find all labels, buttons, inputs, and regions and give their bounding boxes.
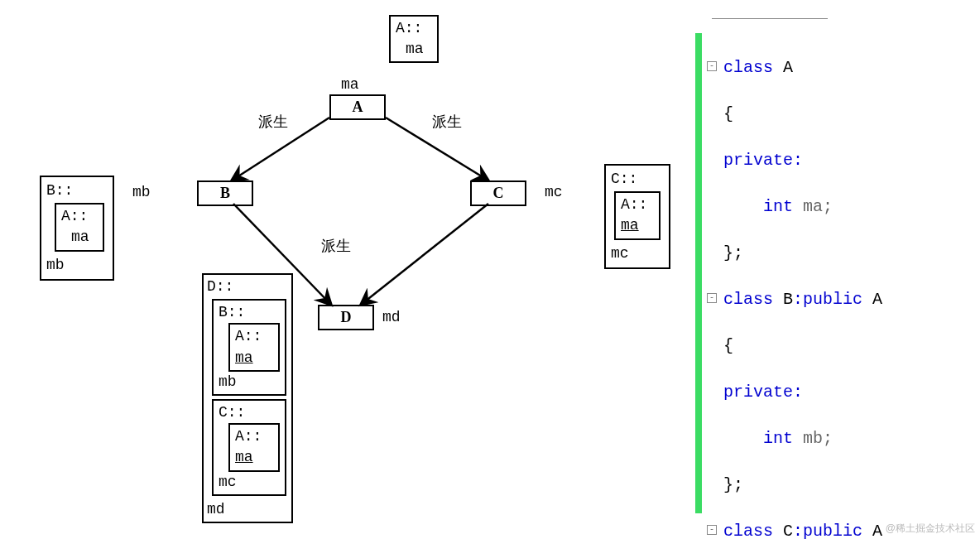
brace: { <box>723 336 733 355</box>
text: A:: <box>235 326 273 347</box>
node-b: B <box>197 180 253 206</box>
kw-int: int <box>723 197 803 216</box>
kw-int: int <box>723 429 803 448</box>
inner-a: A:: ma <box>55 203 104 251</box>
kw-private: private: <box>723 151 803 170</box>
kw-class: class <box>723 522 783 539</box>
ident: C <box>783 522 793 539</box>
text: D:: <box>207 277 288 297</box>
ident: A <box>783 58 793 77</box>
text: A:: <box>61 206 98 227</box>
inner-a: A:: ma <box>228 323 280 371</box>
inner-a: A:: ma <box>614 191 661 239</box>
text: A:: <box>396 18 432 39</box>
kw-class: class <box>723 58 783 77</box>
brace: { <box>723 104 733 123</box>
inheritance-diagram: A:: ma ma A 派生 派生 mb B C mc 派生 D md B:: … <box>0 0 695 539</box>
label-mb: mb <box>132 184 151 200</box>
inner-c: C:: A:: ma mc <box>212 399 286 496</box>
label-md: md <box>382 309 401 325</box>
kw-public: :public <box>793 290 872 309</box>
memlayout-d: D:: B:: A:: ma mb C:: A:: ma mc md <box>202 273 293 523</box>
text: B:: <box>46 180 108 201</box>
text: ma <box>621 215 654 236</box>
ident: B <box>783 290 793 309</box>
memlayout-c: C:: A:: ma mc <box>604 164 670 269</box>
node-c: C <box>470 180 526 206</box>
memlayout-a-tiny: A:: ma <box>389 15 439 63</box>
kw-private: private: <box>723 383 803 402</box>
text: mc <box>219 472 280 493</box>
brace: }; <box>723 243 743 262</box>
text: A:: <box>621 195 654 215</box>
label-ma: ma <box>341 76 359 93</box>
editor-caret-line <box>712 18 828 19</box>
text: mb <box>46 255 108 276</box>
text: C:: <box>611 169 664 190</box>
ident: A <box>872 522 882 539</box>
label-derive-ab: 派生 <box>258 112 288 132</box>
fold-icon[interactable]: - <box>707 61 717 71</box>
node-d: D <box>318 305 374 330</box>
inner-a: A:: ma <box>228 423 280 471</box>
member: ma; <box>803 197 833 216</box>
text: A:: <box>235 426 273 447</box>
brace: }; <box>723 475 743 494</box>
text: mc <box>611 243 664 264</box>
watermark: @稀土掘金技术社区 <box>886 522 975 536</box>
svg-line-3 <box>361 204 488 305</box>
code-panel: -class A { private: int ma; }; -class B:… <box>695 33 977 513</box>
fold-icon[interactable]: - <box>707 293 717 303</box>
ident: A <box>872 290 882 309</box>
text: ma <box>235 348 273 368</box>
label-mc: mc <box>545 184 563 200</box>
text: B:: <box>219 302 280 323</box>
fold-icon[interactable]: - <box>707 525 717 535</box>
text: C:: <box>219 402 280 423</box>
node-a: A <box>329 94 386 120</box>
label-derive-ac: 派生 <box>432 112 462 132</box>
text: ma <box>235 447 273 468</box>
text: ma <box>61 227 98 248</box>
inner-b: B:: A:: ma mb <box>212 299 286 396</box>
text: md <box>207 499 288 520</box>
kw-class: class <box>723 290 783 309</box>
text: ma <box>396 39 432 60</box>
kw-public: :public <box>793 522 872 539</box>
member: mb; <box>803 429 833 448</box>
memlayout-b: B:: A:: ma mb <box>40 176 114 281</box>
text: mb <box>219 372 280 392</box>
label-derive-bd: 派生 <box>321 236 351 256</box>
